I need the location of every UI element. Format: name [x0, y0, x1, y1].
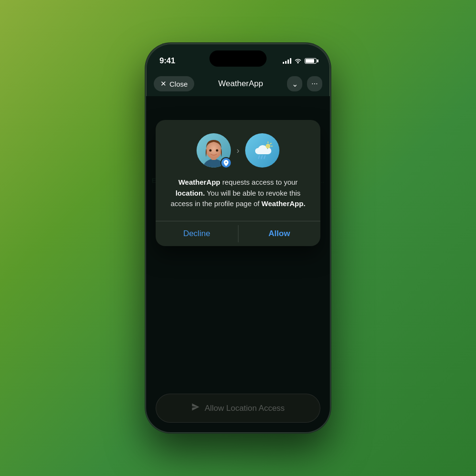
- dialog-description: WeatherApp requests access to your locat…: [165, 177, 311, 209]
- location-badge: [220, 157, 232, 169]
- dialog-content-area: ›: [156, 120, 320, 221]
- nav-right-icons: ⌄ ···: [287, 76, 322, 91]
- chevron-down-icon: ⌄: [292, 79, 298, 89]
- dialog-icons: ›: [197, 133, 279, 168]
- location-text: location.: [176, 189, 205, 197]
- chevron-down-button[interactable]: ⌄: [287, 76, 302, 91]
- more-icon: ···: [311, 79, 317, 88]
- svg-point-4: [206, 142, 221, 159]
- svg-line-7: [258, 156, 259, 159]
- screen-content: Enab for...: [146, 96, 330, 432]
- signal-icon: [283, 58, 291, 64]
- svg-line-8: [261, 156, 262, 159]
- svg-line-9: [264, 156, 265, 159]
- arrow-right-icon: ›: [237, 146, 239, 156]
- app-name-bold-2: WeatherApp.: [261, 199, 305, 208]
- dialog-buttons: Decline Allow: [156, 221, 320, 246]
- description-part1: requests access to your: [220, 178, 298, 186]
- svg-line-12: [270, 143, 271, 144]
- weather-app-icon: [245, 133, 279, 168]
- nav-title: WeatherApp: [218, 79, 263, 89]
- phone-frame: 9:41 ✕ Close WeatherApp: [145, 43, 331, 433]
- wifi-icon: [294, 57, 302, 65]
- status-time: 9:41: [159, 56, 175, 66]
- status-icons: [283, 57, 317, 65]
- svg-point-5: [209, 149, 212, 152]
- nav-bar: ✕ Close WeatherApp ⌄ ···: [146, 71, 330, 96]
- weather-cloud-icon: [252, 141, 273, 159]
- decline-button[interactable]: Decline: [156, 221, 238, 246]
- user-avatar-container: [197, 133, 231, 168]
- app-name-bold: WeatherApp: [178, 178, 220, 186]
- svg-point-10: [266, 144, 270, 149]
- dynamic-island: [209, 50, 267, 67]
- more-button[interactable]: ···: [307, 76, 322, 91]
- allow-button[interactable]: Allow: [238, 221, 321, 246]
- battery-icon: [305, 58, 317, 64]
- svg-point-6: [216, 149, 218, 152]
- close-label: Close: [169, 80, 188, 88]
- location-pin-icon: [224, 160, 228, 166]
- close-icon: ✕: [160, 79, 167, 88]
- close-button[interactable]: ✕ Close: [154, 76, 194, 91]
- permission-dialog: ›: [156, 120, 320, 246]
